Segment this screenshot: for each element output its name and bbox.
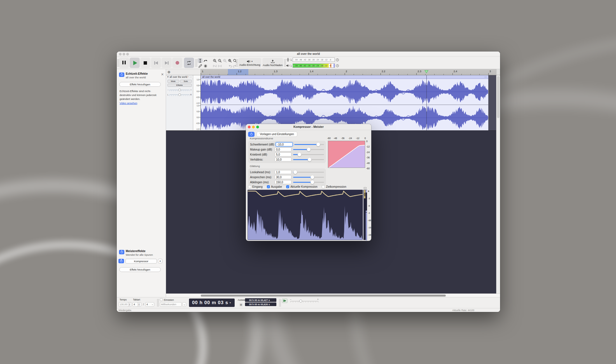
play-at-speed-button[interactable] <box>282 299 288 303</box>
audio-clip[interactable]: all over the world ⋯ <box>201 75 488 131</box>
record-button[interactable] <box>172 58 182 68</box>
time-display[interactable]: 00 h 00 m 03 s ▼ <box>189 299 235 307</box>
multi-tool[interactable] <box>203 64 208 68</box>
undo-button[interactable] <box>227 64 232 68</box>
slider-thumb[interactable] <box>308 158 311 161</box>
toolbar-grip[interactable] <box>157 299 158 306</box>
playhead-marker[interactable] <box>424 70 428 73</box>
track-effects-button[interactable]: Effekte <box>167 84 192 87</box>
playback-meter-bar[interactable]: -54-48-42-36-30-24-18-12-6 <box>293 64 335 68</box>
dialog-slider[interactable] <box>293 147 324 151</box>
effect-options-button[interactable]: ▼ <box>158 259 162 263</box>
toolbar-grip[interactable] <box>195 59 197 67</box>
dialog-slider[interactable] <box>293 175 324 179</box>
mute-button[interactable]: Mute <box>167 80 179 83</box>
zoom-in-tool[interactable] <box>212 58 217 63</box>
pan-slider-thumb[interactable] <box>178 93 181 96</box>
gain-slider[interactable]: − + <box>167 88 192 91</box>
dialog-checkbox[interactable]: Zielkompression <box>322 185 346 188</box>
audio-setup-button[interactable]: ▼ Audio-Einrichtung <box>238 58 261 68</box>
time-signature-lower[interactable]: 4⌄ <box>145 302 154 307</box>
recording-meter-bar[interactable]: -54-48-42-36-30-24-18-12-6 <box>293 58 335 62</box>
track-name[interactable]: all over the world <box>170 76 188 78</box>
vertical-scrollbar[interactable] <box>496 75 500 293</box>
snap-mode-select[interactable]: Millisekunden <box>160 302 182 307</box>
timeline-ruler[interactable]: 11.21.31.422.22.32.43 <box>201 69 496 75</box>
timeline-options[interactable]: ⚙ <box>166 69 201 75</box>
dialog-value-field[interactable]: 150,0 <box>275 180 291 184</box>
track-control-panel[interactable]: ✕ all over the world ^ ⋯ Mute Solo Effek… <box>166 75 193 131</box>
waveform-left-channel[interactable] <box>201 79 488 105</box>
checkbox-box[interactable] <box>248 185 251 188</box>
playback-meter[interactable]: LR -54-48-42-36-30-24-18-12-6 <box>286 63 339 68</box>
horizontal-scrollbar[interactable] <box>166 293 500 297</box>
track-menu-icon[interactable]: ⋯ <box>190 76 192 78</box>
slider-thumb[interactable] <box>307 148 311 151</box>
track-close-icon[interactable]: ✕ <box>167 76 169 78</box>
toolbar-grip[interactable] <box>236 59 237 67</box>
panel-close-icon[interactable]: ✕ <box>161 72 164 76</box>
slider-thumb[interactable] <box>316 143 320 146</box>
dialog-value-field[interactable]: 1,0 <box>275 170 291 174</box>
video-link[interactable]: Video ansehen <box>120 102 137 105</box>
silence-selection-tool[interactable] <box>217 64 222 68</box>
compressor-power-toggle[interactable] <box>248 132 255 137</box>
stop-button[interactable] <box>140 58 150 68</box>
stepper-icon[interactable]: ▲▼ <box>137 302 140 306</box>
dialog-value-field[interactable]: 30,0 <box>275 175 291 179</box>
dialog-checkbox[interactable]: ✓Aktuelle Kompression <box>286 185 318 188</box>
gain-slider-thumb[interactable] <box>178 89 181 91</box>
vertical-scale-ruler[interactable]: 1,00,50,0-0,5-1,0 1,00,50,0-0,5-1,0 <box>193 75 201 131</box>
dialog-slider[interactable] <box>294 142 324 146</box>
selection-end-field[interactable]: 00 h 00 m 00,626 s▼ <box>245 302 276 306</box>
vertical-scrollbar-thumb[interactable] <box>497 76 500 118</box>
selection-start-field[interactable]: 00 h 00 m 00,427 s▼ <box>245 298 276 302</box>
toolbar-grip[interactable] <box>117 59 119 67</box>
time-signature-upper[interactable]: 4▲▼ <box>132 302 141 307</box>
add-effect-button[interactable]: Effekt hinzufügen <box>119 82 161 87</box>
toolbar-grip[interactable] <box>279 299 281 306</box>
compressor-effect-button[interactable]: Kompressor <box>125 259 157 264</box>
dialog-value-field[interactable]: 5,0 <box>275 152 291 156</box>
tempo-field[interactable]: 130,00▲▼ <box>118 302 132 307</box>
speed-slider-thumb[interactable] <box>299 300 302 302</box>
horizontal-scrollbar-thumb[interactable] <box>201 295 446 297</box>
skip-to-start-button[interactable] <box>151 58 161 68</box>
dialog-checkbox[interactable]: Eingang <box>248 185 263 188</box>
master-effects-power-icon[interactable] <box>119 250 124 254</box>
clip-menu-icon[interactable]: ⋯ <box>484 76 487 78</box>
checkbox-box[interactable]: ✓ <box>286 185 289 188</box>
dialog-slider[interactable] <box>293 180 324 184</box>
dialog-value-field[interactable]: 0,0 <box>275 147 291 151</box>
toolbar-grip[interactable] <box>284 59 286 67</box>
selection-options-gear-icon[interactable]: ⚙ <box>239 303 243 307</box>
envelope-tool[interactable] <box>203 58 208 63</box>
dialog-slider[interactable] <box>293 170 324 174</box>
zoom-out-tool[interactable] <box>217 58 222 63</box>
slider-thumb[interactable] <box>298 153 301 156</box>
pause-button[interactable] <box>119 58 129 68</box>
slider-thumb[interactable] <box>311 175 314 179</box>
slider-thumb[interactable] <box>293 170 297 174</box>
fit-selection-tool[interactable] <box>222 58 227 63</box>
compressor-power-toggle[interactable] <box>118 259 124 263</box>
track-empty-area[interactable] <box>488 75 496 131</box>
master-add-effect-button[interactable]: Effekt hinzufügen <box>119 267 161 272</box>
playback-speed-slider[interactable]: − + <box>290 299 318 303</box>
dialog-checkbox[interactable]: ✓Ausgabe <box>267 185 282 188</box>
trim-outside-tool[interactable] <box>212 64 217 68</box>
selection-tool[interactable] <box>198 58 202 63</box>
dialog-value-field[interactable]: -10,0 <box>276 142 293 146</box>
dialog-slider[interactable] <box>293 152 324 156</box>
checkbox-box[interactable]: ✓ <box>267 185 270 188</box>
fit-project-tool[interactable] <box>227 58 232 63</box>
draw-tool[interactable] <box>198 64 202 68</box>
slider-thumb[interactable] <box>311 180 314 184</box>
solo-button[interactable]: Solo <box>180 80 192 83</box>
track-collapse-icon[interactable]: ^ <box>188 76 189 78</box>
play-button[interactable] <box>130 58 140 68</box>
snap-checkbox[interactable] <box>160 298 163 301</box>
dialog-slider[interactable] <box>293 158 324 161</box>
dialog-titlebar[interactable]: Kompressor - Meister <box>246 124 371 130</box>
loop-button[interactable] <box>184 58 194 68</box>
